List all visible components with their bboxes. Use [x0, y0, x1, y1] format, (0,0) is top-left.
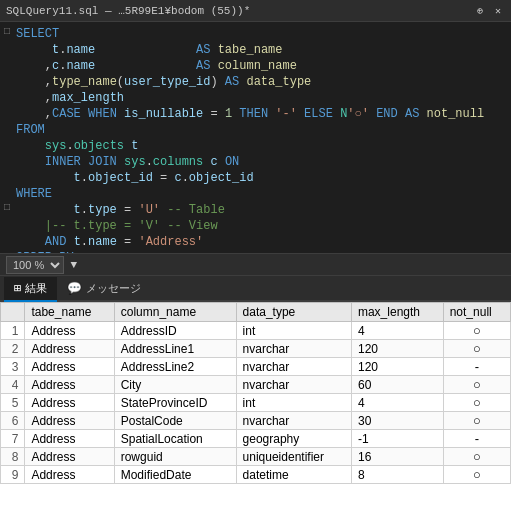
col-header-data-type: data_type: [236, 303, 351, 322]
cell-data-type-5: int: [236, 394, 351, 412]
cell-column-name-3: AddressLine2: [114, 358, 236, 376]
cell-data-type-8: uniqueidentifier: [236, 448, 351, 466]
code-line-10: t.object_id = c.object_id: [0, 170, 511, 186]
cell-column-name-8: rowguid: [114, 448, 236, 466]
code-line-12: □ t.type = 'U' -- Table: [0, 202, 511, 218]
cell-data-type-6: nvarchar: [236, 412, 351, 430]
cell-column-name-5: StateProvinceID: [114, 394, 236, 412]
cell-max-length-6: 30: [351, 412, 443, 430]
cell-max-length-7: -1: [351, 430, 443, 448]
messages-icon: 💬: [67, 281, 82, 296]
table-row: 1 Address AddressID int 4 ○: [1, 322, 511, 340]
code-line-7: FROM: [0, 122, 511, 138]
cell-max-length-1: 4: [351, 322, 443, 340]
cell-tabe-name-6: Address: [25, 412, 114, 430]
close-button[interactable]: ✕: [491, 4, 505, 18]
row-num-8: 8: [1, 448, 25, 466]
code-line-5: ,max_length: [0, 90, 511, 106]
row-num-2: 2: [1, 340, 25, 358]
code-line-8: sys.objects t: [0, 138, 511, 154]
table-row: 8 Address rowguid uniqueidentifier 16 ○: [1, 448, 511, 466]
pin-button[interactable]: ⊕: [473, 4, 487, 18]
cell-column-name-1: AddressID: [114, 322, 236, 340]
cell-max-length-5: 4: [351, 394, 443, 412]
row-num-4: 4: [1, 376, 25, 394]
row-num-5: 5: [1, 394, 25, 412]
cell-tabe-name-9: Address: [25, 466, 114, 484]
row-num-9: 9: [1, 466, 25, 484]
code-line-13: |-- t.type = 'V' -- View: [0, 218, 511, 234]
cell-data-type-7: geography: [236, 430, 351, 448]
cell-not-null-6: ○: [443, 412, 510, 430]
cell-data-type-9: datetime: [236, 466, 351, 484]
cell-tabe-name-7: Address: [25, 430, 114, 448]
col-header-column-name: column_name: [114, 303, 236, 322]
cell-not-null-3: -: [443, 358, 510, 376]
tab-results-label: 結果: [25, 281, 47, 296]
cell-tabe-name-8: Address: [25, 448, 114, 466]
cell-tabe-name-3: Address: [25, 358, 114, 376]
code-line-15: ORDER BY: [0, 250, 511, 254]
zoom-select[interactable]: 100 % 75 % 150 % 200 %: [6, 256, 64, 274]
tab-messages[interactable]: 💬 メッセージ: [57, 277, 151, 302]
code-line-9: INNER JOIN sys.columns c ON: [0, 154, 511, 170]
cell-max-length-3: 120: [351, 358, 443, 376]
tabs-bar: ⊞ 結果 💬 メッセージ: [0, 276, 511, 302]
cell-tabe-name-5: Address: [25, 394, 114, 412]
cell-max-length-9: 8: [351, 466, 443, 484]
cell-not-null-7: -: [443, 430, 510, 448]
col-header-max-length: max_length: [351, 303, 443, 322]
cell-data-type-4: nvarchar: [236, 376, 351, 394]
code-line-4: ,type_name(user_type_id) AS data_type: [0, 74, 511, 90]
table-row: 4 Address City nvarchar 60 ○: [1, 376, 511, 394]
row-num-1: 1: [1, 322, 25, 340]
row-num-6: 6: [1, 412, 25, 430]
cell-max-length-4: 60: [351, 376, 443, 394]
table-row: 2 Address AddressLine1 nvarchar 120 ○: [1, 340, 511, 358]
cell-column-name-7: SpatialLocation: [114, 430, 236, 448]
cell-not-null-5: ○: [443, 394, 510, 412]
code-line-2: t.name AS tabe_name: [0, 42, 511, 58]
table-row: 6 Address PostalCode nvarchar 30 ○: [1, 412, 511, 430]
code-line-6: ,CASE WHEN is_nullable = 1 THEN '-' ELSE…: [0, 106, 511, 122]
results-icon: ⊞: [14, 281, 21, 296]
cell-tabe-name-1: Address: [25, 322, 114, 340]
cell-data-type-2: nvarchar: [236, 340, 351, 358]
cell-column-name-4: City: [114, 376, 236, 394]
table-row: 3 Address AddressLine2 nvarchar 120 -: [1, 358, 511, 376]
results-table-container: tabe_name column_name data_type max_leng…: [0, 302, 511, 530]
zoom-bar: 100 % 75 % 150 % 200 % ▼: [0, 254, 511, 276]
table-row: 9 Address ModifiedDate datetime 8 ○: [1, 466, 511, 484]
code-editor: □SELECT t.name AS tabe_name ,c.name AS c…: [0, 22, 511, 254]
row-num-7: 7: [1, 430, 25, 448]
table-row: 7 Address SpatialLocation geography -1 -: [1, 430, 511, 448]
code-line-11: WHERE: [0, 186, 511, 202]
cell-not-null-8: ○: [443, 448, 510, 466]
title-bar-text: SQLQuery11.sql — …5R99E1¥bodom (55))*: [6, 5, 473, 17]
cell-data-type-3: nvarchar: [236, 358, 351, 376]
table-header-row: tabe_name column_name data_type max_leng…: [1, 303, 511, 322]
cell-tabe-name-2: Address: [25, 340, 114, 358]
cell-max-length-8: 16: [351, 448, 443, 466]
cell-tabe-name-4: Address: [25, 376, 114, 394]
tab-messages-label: メッセージ: [86, 281, 141, 296]
cell-column-name-9: ModifiedDate: [114, 466, 236, 484]
cell-not-null-2: ○: [443, 340, 510, 358]
col-header-tabe-name: tabe_name: [25, 303, 114, 322]
col-header-not-null: not_null: [443, 303, 510, 322]
cell-column-name-2: AddressLine1: [114, 340, 236, 358]
cell-not-null-4: ○: [443, 376, 510, 394]
cell-not-null-9: ○: [443, 466, 510, 484]
cell-not-null-1: ○: [443, 322, 510, 340]
code-line-1: □SELECT: [0, 26, 511, 42]
code-line-3: ,c.name AS column_name: [0, 58, 511, 74]
col-header-rownum: [1, 303, 25, 322]
cell-data-type-1: int: [236, 322, 351, 340]
cell-max-length-2: 120: [351, 340, 443, 358]
code-line-14: AND t.name = 'Address': [0, 234, 511, 250]
title-bar: SQLQuery11.sql — …5R99E1¥bodom (55))* ⊕ …: [0, 0, 511, 22]
table-row: 5 Address StateProvinceID int 4 ○: [1, 394, 511, 412]
row-num-3: 3: [1, 358, 25, 376]
tab-results[interactable]: ⊞ 結果: [4, 277, 57, 302]
cell-column-name-6: PostalCode: [114, 412, 236, 430]
